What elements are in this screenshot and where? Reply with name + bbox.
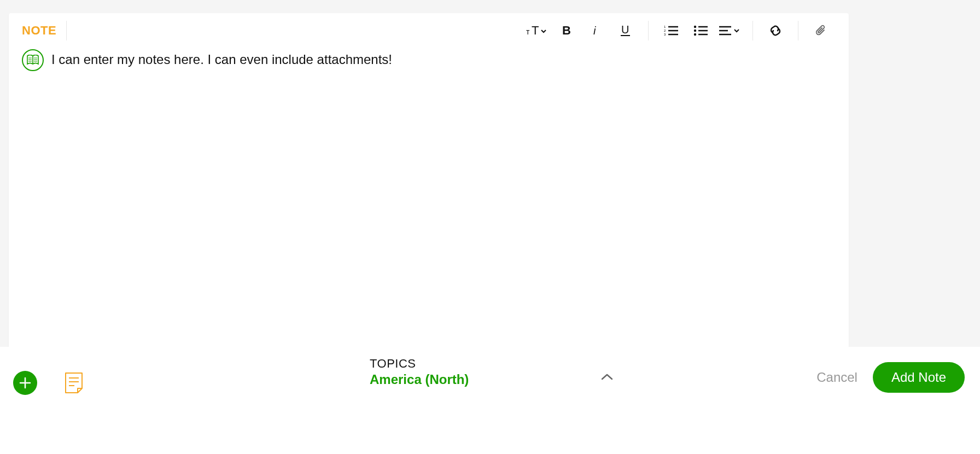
svg-text:3: 3 [664,33,666,36]
svg-text:U: U [621,24,629,36]
divider [66,21,67,40]
italic-button[interactable]: i [581,20,611,42]
plus-icon [19,377,31,389]
svg-text:1: 1 [664,25,666,28]
bold-icon: B [561,25,572,37]
divider [798,21,798,40]
note-content[interactable]: I can enter my notes here. I can even in… [51,48,392,348]
svg-text:т: т [526,27,530,36]
note-page-icon [63,372,84,394]
topics-value[interactable]: America (North) [370,372,469,387]
editor-toolbar: т T B i U [522,20,836,42]
footer-actions: Cancel Add Note [816,362,965,393]
chevron-up-icon [600,373,614,381]
bold-button[interactable]: B [552,20,581,42]
collapse-button[interactable] [600,373,614,383]
paperclip-icon [815,24,827,37]
link-button[interactable] [761,20,790,42]
cancel-button[interactable]: Cancel [816,370,858,385]
note-tab[interactable]: NOTE [22,24,56,38]
numbered-list-icon: 1 2 3 [664,25,678,36]
notes-panel-button[interactable] [63,372,84,396]
underline-button[interactable]: U [611,20,640,42]
svg-text:B: B [562,25,571,37]
svg-text:i: i [593,25,596,37]
svg-point-13 [694,30,696,32]
svg-point-12 [694,26,696,28]
align-icon [719,25,741,36]
bulleted-list-button[interactable] [686,20,715,42]
italic-icon: i [592,25,600,37]
editor-header: NOTE т T B i [9,13,849,48]
numbered-list-button[interactable]: 1 2 3 [656,20,686,42]
svg-text:T: T [532,25,539,37]
book-icon [22,49,44,71]
topics-label: TOPICS [370,357,469,371]
link-icon [768,25,783,37]
align-button[interactable] [715,20,745,42]
bulleted-list-icon [693,25,708,36]
note-body[interactable]: I can enter my notes here. I can even in… [9,48,849,348]
text-size-button[interactable]: т T [522,20,552,42]
add-note-button[interactable]: Add Note [873,362,965,393]
text-size-icon: т T [526,25,548,37]
add-fab[interactable] [13,371,37,395]
svg-text:2: 2 [664,29,666,32]
underline-icon: U [620,24,631,37]
topics-block: TOPICS America (North) [370,357,469,387]
footer-bar: TOPICS America (North) Cancel Add Note [0,347,980,454]
note-editor-card: NOTE т T B i [9,13,849,348]
divider [752,21,753,40]
svg-point-14 [694,33,696,36]
attachment-button[interactable] [806,20,836,42]
divider [648,21,649,40]
